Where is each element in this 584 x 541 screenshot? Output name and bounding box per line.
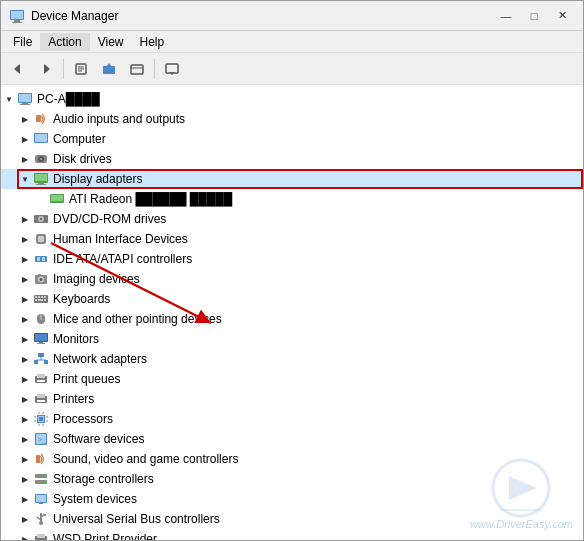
- list-item[interactable]: ▶ Human Interface Devices: [1, 229, 583, 249]
- svg-rect-73: [39, 417, 43, 421]
- expand-printq[interactable]: ▶: [17, 371, 33, 387]
- usb-icon: [33, 511, 49, 527]
- forward-button[interactable]: [33, 57, 59, 81]
- svg-text:>_: >_: [38, 436, 46, 444]
- list-item[interactable]: ▶ Network adapters: [1, 349, 583, 369]
- minimize-button[interactable]: —: [493, 6, 519, 26]
- list-item[interactable]: ▶ Printers: [1, 389, 583, 409]
- storage-icon: [33, 471, 49, 487]
- list-item[interactable]: ▶ IDE ATA/ATAPI controllers: [1, 249, 583, 269]
- svg-rect-29: [38, 183, 44, 184]
- expand-audio[interactable]: ▶: [17, 111, 33, 127]
- list-item[interactable]: ▶ Storage controllers: [1, 469, 583, 489]
- dvd-label: DVD/CD-ROM drives: [53, 212, 166, 226]
- disk-icon: [33, 151, 49, 167]
- scan-button[interactable]: [124, 57, 150, 81]
- list-item[interactable]: ▶ Computer: [1, 129, 583, 149]
- menu-help[interactable]: Help: [132, 33, 173, 51]
- list-item[interactable]: ▶ Print queues: [1, 369, 583, 389]
- expand-wsd[interactable]: ▶: [17, 531, 33, 540]
- imaging-label: Imaging devices: [53, 272, 140, 286]
- list-item[interactable]: ▶ WSD Print Provider: [1, 529, 583, 540]
- list-item[interactable]: ATI Radeon ██████ █████: [1, 189, 583, 209]
- keyboards-label: Keyboards: [53, 292, 110, 306]
- device-tree-container[interactable]: ▼ PC-A████ ▶: [1, 85, 583, 540]
- printers-label: Printers: [53, 392, 94, 406]
- wsd-label: WSD Print Provider: [53, 532, 157, 540]
- expand-ide[interactable]: ▶: [17, 251, 33, 267]
- svg-point-35: [40, 218, 42, 220]
- maximize-button[interactable]: □: [521, 6, 547, 26]
- list-item[interactable]: ▶ Universal Serial Bus controllers: [1, 509, 583, 529]
- expand-root[interactable]: ▼: [1, 91, 17, 107]
- svg-rect-61: [44, 360, 48, 364]
- list-item[interactable]: ▶ Monitors: [1, 329, 583, 349]
- ati-icon: [49, 191, 65, 207]
- mouse-icon: [33, 311, 49, 327]
- svg-point-88: [44, 475, 46, 477]
- svg-rect-39: [37, 257, 40, 261]
- expand-computer[interactable]: ▶: [17, 131, 33, 147]
- display-button[interactable]: [159, 57, 185, 81]
- list-item[interactable]: ▶: [1, 409, 583, 429]
- storage-label: Storage controllers: [53, 472, 154, 486]
- list-item[interactable]: ▶ Mice and other pointing devices: [1, 309, 583, 329]
- svg-rect-44: [38, 274, 41, 276]
- back-button[interactable]: [5, 57, 31, 81]
- svg-rect-48: [41, 296, 43, 298]
- tree-root[interactable]: ▼ PC-A████: [1, 89, 583, 109]
- svg-rect-40: [42, 257, 45, 261]
- svg-rect-58: [37, 343, 45, 344]
- expand-system[interactable]: ▶: [17, 491, 33, 507]
- svg-rect-56: [35, 334, 47, 341]
- imaging-icon: [33, 271, 49, 287]
- list-item[interactable]: ▶ >_ Software devices: [1, 429, 583, 449]
- expand-imaging[interactable]: ▶: [17, 271, 33, 287]
- list-item[interactable]: ▼ Display adapters: [1, 169, 583, 189]
- expand-dvd[interactable]: ▶: [17, 211, 33, 227]
- expand-storage[interactable]: ▶: [17, 471, 33, 487]
- list-item[interactable]: ▶ Sound, video and game controllers: [1, 449, 583, 469]
- usb-label: Universal Serial Bus controllers: [53, 512, 220, 526]
- list-item[interactable]: ▶ Imaging devices: [1, 269, 583, 289]
- svg-point-96: [39, 521, 43, 525]
- expand-processors[interactable]: ▶: [17, 411, 33, 427]
- list-item[interactable]: ▶ Audio inputs and outputs: [1, 109, 583, 129]
- svg-rect-14: [166, 64, 178, 73]
- update-driver-button[interactable]: [96, 57, 122, 81]
- expand-monitors[interactable]: ▶: [17, 331, 33, 347]
- svg-point-26: [40, 158, 42, 160]
- expand-hid[interactable]: ▶: [17, 231, 33, 247]
- expand-keyboards[interactable]: ▶: [17, 291, 33, 307]
- svg-rect-91: [36, 495, 46, 502]
- menu-file[interactable]: File: [5, 33, 40, 51]
- menu-action[interactable]: Action: [40, 33, 89, 51]
- menu-view[interactable]: View: [90, 33, 132, 51]
- expand-network[interactable]: ▶: [17, 351, 33, 367]
- mice-label: Mice and other pointing devices: [53, 312, 222, 326]
- expand-ati: [33, 191, 49, 207]
- svg-rect-28: [35, 174, 47, 181]
- expand-display[interactable]: ▼: [17, 171, 33, 187]
- svg-rect-12: [131, 65, 143, 74]
- svg-point-43: [40, 278, 43, 281]
- expand-printers[interactable]: ▶: [17, 391, 33, 407]
- list-item[interactable]: ▶ DVD/CD-ROM drives: [1, 209, 583, 229]
- software-label: Software devices: [53, 432, 144, 446]
- properties-button[interactable]: [68, 57, 94, 81]
- list-item[interactable]: ▶ Disk drives: [1, 149, 583, 169]
- svg-rect-52: [44, 299, 46, 301]
- expand-software[interactable]: ▶: [17, 431, 33, 447]
- system-icon: [33, 491, 49, 507]
- svg-rect-1: [14, 20, 20, 22]
- svg-rect-18: [19, 94, 31, 102]
- expand-usb[interactable]: ▶: [17, 511, 33, 527]
- list-item[interactable]: ▶ System devices: [1, 489, 583, 509]
- printq-icon: [33, 371, 49, 387]
- list-item[interactable]: ▶ Keyboards: [1, 289, 583, 309]
- close-button[interactable]: ✕: [549, 6, 575, 26]
- svg-marker-4: [14, 64, 20, 74]
- expand-disk[interactable]: ▶: [17, 151, 33, 167]
- expand-mice[interactable]: ▶: [17, 311, 33, 327]
- expand-sound[interactable]: ▶: [17, 451, 33, 467]
